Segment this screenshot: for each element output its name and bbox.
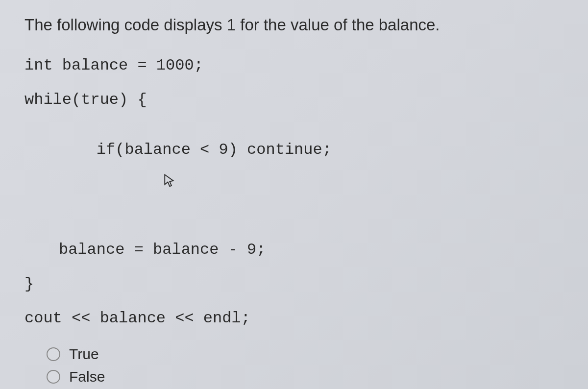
option-false[interactable]: False	[47, 368, 564, 385]
option-true[interactable]: True	[47, 346, 564, 363]
code-line-3: if(balance < 9) continue;	[24, 126, 332, 223]
code-line-1: int balance = 1000;	[24, 58, 564, 73]
radio-true[interactable]	[47, 347, 60, 361]
code-line-3-text: if(balance < 9) continue;	[97, 141, 332, 159]
question-text: The following code displays 1 for the va…	[24, 15, 564, 36]
option-true-label: True	[69, 346, 99, 363]
code-block: int balance = 1000; while(true) { if(bal…	[24, 58, 564, 326]
cursor-icon	[106, 158, 175, 208]
code-line-6: cout << balance << endl;	[24, 311, 564, 326]
code-line-4: balance = balance - 9;	[24, 242, 564, 258]
answer-options: True False	[24, 346, 564, 385]
code-line-5: }	[24, 276, 564, 292]
code-line-2: while(true) {	[24, 92, 564, 108]
option-false-label: False	[69, 368, 105, 385]
radio-false[interactable]	[47, 370, 60, 384]
